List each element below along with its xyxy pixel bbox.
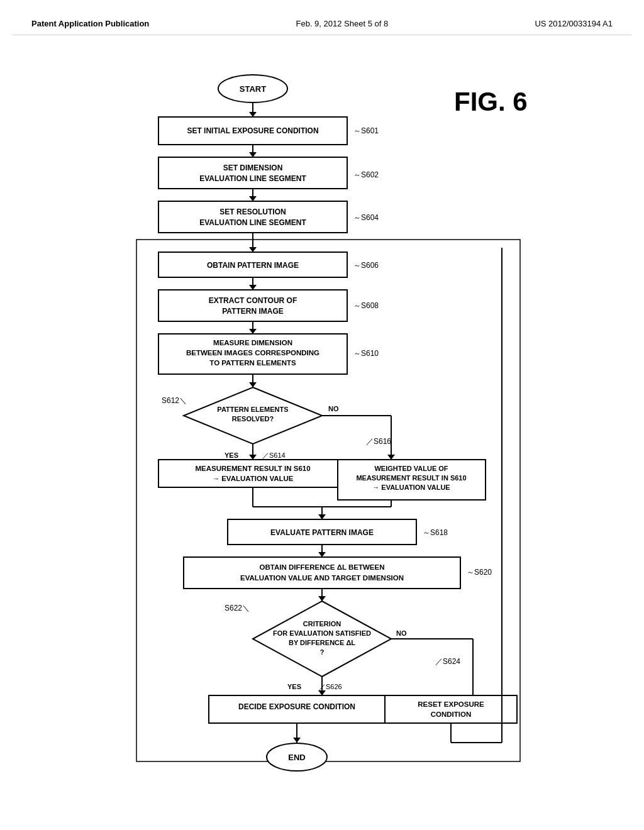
s604-box <box>158 201 347 233</box>
header-left: Patent Application Publication <box>31 19 149 28</box>
header-right: US 2012/0033194 A1 <box>535 19 613 28</box>
s610-text1: MEASURE DIMENSION <box>213 339 292 346</box>
header: Patent Application Publication Feb. 9, 2… <box>13 13 631 35</box>
s614-text2: → EVALUATION VALUE <box>212 475 293 482</box>
flowchart-svg: FIG. 6 START SET INITIAL EXPOSURE CONDIT… <box>102 54 542 796</box>
s614-box <box>158 460 347 487</box>
arrowhead-s626-end <box>293 738 301 743</box>
s622-text4: ? <box>320 648 325 656</box>
s622-text1: CRITERION <box>303 620 341 628</box>
s612-text1: PATTERN ELEMENTS <box>217 406 288 413</box>
arrowhead-s612-no <box>387 455 395 460</box>
s602-text2: EVALUATION LINE SEGMENT <box>199 174 306 183</box>
yes-label-s612: YES <box>225 451 238 459</box>
s622-label: S622＼ <box>225 604 250 612</box>
s620-text2: EVALUATION VALUE AND TARGET DIMENSION <box>240 574 404 582</box>
no-label-s612: NO <box>328 405 339 412</box>
s604-text2: EVALUATION LINE SEGMENT <box>199 218 306 227</box>
s604-label: ～S604 <box>353 213 379 222</box>
diagram-area: FIG. 6 START SET INITIAL EXPOSURE CONDIT… <box>13 54 631 796</box>
end-label: END <box>288 753 305 762</box>
arrowhead-s620-s622 <box>318 596 326 601</box>
s620-box <box>184 557 460 589</box>
s610-text2: BETWEEN IMAGES CORRESPONDING <box>186 349 319 357</box>
s602-text1: SET DIMENSION <box>223 163 283 172</box>
s618-text: EVALUATE PATTERN IMAGE <box>270 528 374 537</box>
arrowhead-s606-s608 <box>249 285 257 290</box>
s622-text3: BY DIFFERENCE ΔL <box>289 639 355 646</box>
arrowhead-s618-s620 <box>318 552 326 557</box>
s608-text2: PATTERN IMAGE <box>222 307 284 316</box>
arrowhead-s602-s604 <box>249 196 257 201</box>
arrowhead-s622-yes <box>318 690 326 695</box>
s624-box <box>385 695 517 723</box>
s601-label: ～S601 <box>353 126 379 135</box>
s606-text: OBTAIN PATTERN IMAGE <box>207 261 299 270</box>
s620-label: ～S620 <box>467 568 492 577</box>
s624-label: ／S624 <box>435 657 460 666</box>
header-center: Feb. 9, 2012 Sheet 5 of 8 <box>296 19 388 28</box>
s626-text1: DECIDE EXPOSURE CONDITION <box>238 702 355 711</box>
s606-label: ～S606 <box>353 261 379 270</box>
s612-text2: RESOLVED? <box>232 415 274 423</box>
arrowhead-start-s601 <box>249 112 257 117</box>
s624-text1: RESET EXPOSURE <box>418 700 484 708</box>
arrowhead-s612-yes <box>249 455 257 460</box>
s618-label: ～S618 <box>423 528 448 537</box>
s616-text3: → EVALUATION VALUE <box>372 484 450 491</box>
s608-label: ～S608 <box>353 301 379 310</box>
arrowhead-s608-s610 <box>249 329 257 334</box>
fig-label: FIG. 6 <box>454 87 528 116</box>
s608-text1: EXTRACT CONTOUR OF <box>209 296 297 305</box>
no-label-s622: NO <box>396 629 407 637</box>
s622-text2: FOR EVALUATION SATISFIED <box>273 629 371 637</box>
s602-box <box>158 157 347 189</box>
s610-label: ～S610 <box>353 349 379 358</box>
arrowhead-s610-s612 <box>249 382 257 387</box>
s614-label-ref: ／S614 <box>262 451 286 459</box>
start-label: START <box>240 84 266 94</box>
s616-text2: MEASUREMENT RESULT IN S610 <box>356 474 466 482</box>
s612-label: S612＼ <box>162 396 187 405</box>
arrowhead-s604-s606 <box>249 247 257 252</box>
s601-text: SET INITIAL EXPOSURE CONDITION <box>187 126 318 135</box>
s620-text1: OBTAIN DIFFERENCE ΔL BETWEEN <box>260 563 385 571</box>
s602-label: ～S602 <box>353 170 379 179</box>
arrowhead-s601-s602 <box>249 152 257 157</box>
arrowhead-join-s618 <box>318 514 326 519</box>
s614-text1: MEASUREMENT RESULT IN S610 <box>195 465 310 472</box>
s616-text1: WEIGHTED VALUE OF <box>374 465 448 472</box>
s616-label: ／S616 <box>366 437 391 446</box>
yes-label-s622: YES <box>287 683 301 690</box>
s624-text2: CONDITION <box>431 711 472 718</box>
s604-text1: SET RESOLUTION <box>219 208 286 216</box>
s608-box <box>158 290 347 321</box>
s610-text3: TO PATTERN ELEMENTS <box>209 359 296 367</box>
page: Patent Application Publication Feb. 9, 2… <box>0 0 644 830</box>
